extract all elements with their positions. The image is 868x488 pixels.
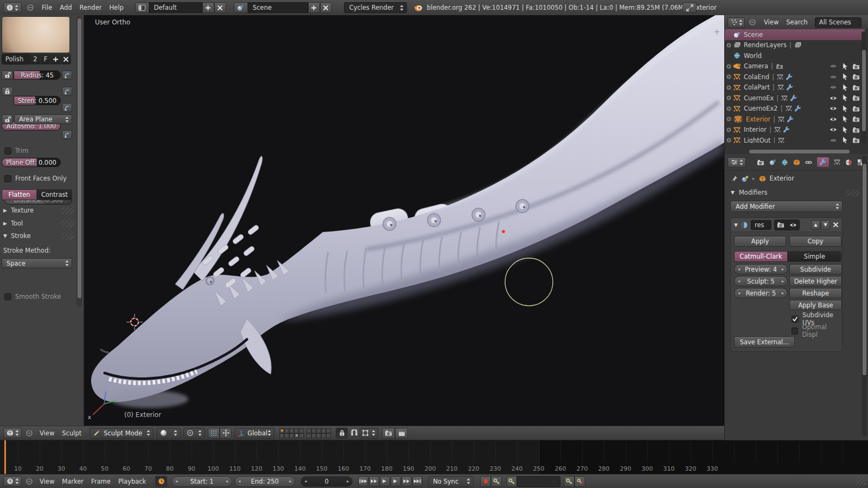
panel-header-tool[interactable]: ▶ Tool	[3, 220, 81, 227]
menu-render[interactable]: Render	[76, 4, 106, 11]
strength-pressure-button[interactable]	[62, 87, 72, 96]
end-frame-field[interactable]: ◂ End: 250 ▸	[234, 476, 295, 487]
render-opengl-button[interactable]	[382, 428, 395, 439]
panel-header-texture[interactable]: ▶ Texture	[3, 207, 81, 214]
manipulator-translate-toggle[interactable]	[220, 428, 232, 439]
plane-offset-slider[interactable]: Plane Off: 0.000	[2, 158, 61, 167]
outliner-row-cuernoex[interactable]: CuernoEx|	[725, 93, 865, 104]
scrollbar-thumb[interactable]	[862, 50, 866, 131]
panel-drag-grip[interactable]	[61, 233, 74, 240]
expand-icon[interactable]	[725, 138, 732, 143]
editor-type-button[interactable]	[3, 476, 22, 486]
sculpt-plane-dropdown[interactable]: Area Plane	[14, 114, 72, 124]
layer-cell[interactable]	[294, 433, 299, 438]
delete-layout-button[interactable]	[214, 2, 226, 13]
tab-constraints[interactable]	[805, 159, 812, 166]
modifier-visibility-toggle[interactable]	[787, 222, 799, 228]
contrast-toggle[interactable]: Contrast	[37, 189, 72, 200]
renderability-toggle[interactable]	[852, 106, 860, 112]
renderability-toggle[interactable]	[852, 127, 860, 133]
start-frame-field[interactable]: ◂ Start: 1 ▸	[171, 476, 232, 487]
auto-keyframe-record-toggle[interactable]	[480, 476, 491, 487]
scrollbar-thumb[interactable]	[863, 164, 866, 375]
timeline-menu-playback[interactable]: Playback	[114, 478, 150, 485]
expand-icon[interactable]	[725, 127, 732, 132]
outliner-row-cuernoex2[interactable]: CuernoEx2|	[725, 104, 865, 114]
stepper-right-icon[interactable]: ▸	[782, 267, 784, 272]
flatten-toggle[interactable]: Flatten	[2, 189, 37, 200]
outliner-filter-dropdown[interactable]: All Scenes	[815, 17, 861, 28]
editor-type-button[interactable]	[727, 17, 745, 28]
strength-slider[interactable]: Stren: 0.500	[14, 96, 61, 105]
timeline-menu-marker[interactable]: Marker	[58, 478, 87, 485]
modifier-move-down-button[interactable]: ▼	[821, 220, 830, 230]
panel-drag-grip[interactable]	[846, 189, 859, 196]
snap-element-dropdown[interactable]	[360, 428, 378, 439]
brush-users-button[interactable]: 2	[30, 54, 41, 65]
scrollbar-thumb[interactable]	[78, 18, 81, 298]
current-frame-field[interactable]: ◂ 0 ▸	[301, 476, 353, 487]
stepper-left-icon[interactable]: ◂	[738, 279, 740, 284]
sync-mode-dropdown[interactable]: No Sync	[428, 476, 474, 487]
pin-icon[interactable]	[731, 175, 738, 182]
timeline-ruler[interactable]: 1020304050607080901001101201301401501601…	[0, 440, 868, 474]
outliner-row-renderlayers[interactable]: RenderLayers|	[725, 40, 865, 51]
scrollbar-thumb[interactable]	[749, 150, 850, 153]
subdivide-uvs-checkbox[interactable]	[792, 316, 799, 323]
selectability-toggle[interactable]	[842, 115, 848, 123]
tab-material[interactable]	[845, 159, 852, 166]
renderability-toggle[interactable]	[852, 137, 860, 143]
stepper-left-icon[interactable]: ◂	[238, 479, 240, 484]
stepper-right-icon[interactable]: ▸	[226, 479, 228, 484]
triangle-down-icon[interactable]: ▼	[734, 222, 738, 228]
outliner-row-lightout[interactable]: LightOut|	[725, 135, 865, 143]
pivot-point-dropdown[interactable]	[183, 428, 205, 439]
stepper-right-icon[interactable]: ▸	[782, 279, 784, 284]
layer-cell[interactable]	[321, 433, 326, 438]
outliner-row-scene[interactable]: Scene	[725, 29, 865, 40]
outliner-row-camera[interactable]: Camera|	[725, 61, 865, 72]
delete-keyframe-button[interactable]	[575, 476, 585, 487]
modifier-name-field[interactable]: res	[751, 220, 771, 230]
plane-lock-button[interactable]	[2, 114, 13, 124]
lock-to-scene-toggle[interactable]	[336, 428, 348, 439]
snap-magnet-icon[interactable]	[351, 429, 358, 437]
render-level-stepper[interactable]: ◂Render: 5▸	[734, 288, 788, 298]
visibility-toggle[interactable]	[829, 85, 837, 90]
renderability-toggle[interactable]	[852, 63, 860, 69]
timeline-menu-frame[interactable]: Frame	[87, 478, 114, 485]
outliner-row-colapart[interactable]: ColaPart|	[725, 82, 865, 93]
editor-type-button[interactable]	[727, 157, 746, 168]
viewport-menu-view[interactable]: View	[36, 429, 58, 437]
renderability-toggle[interactable]	[852, 85, 860, 91]
collapse-menus-icon[interactable]	[26, 430, 33, 436]
smooth-stroke-row[interactable]: Smooth Stroke	[4, 293, 61, 300]
tab-world[interactable]	[781, 159, 788, 166]
outliner-row-colaend[interactable]: ColaEnd|	[725, 72, 865, 82]
selectability-toggle[interactable]	[842, 94, 848, 101]
next-keyframe-button[interactable]	[401, 476, 412, 486]
scene-selector-icon[interactable]	[234, 2, 248, 13]
layer-cell[interactable]	[279, 433, 284, 438]
fullscreen-button[interactable]	[682, 2, 697, 13]
strength-unified-lock[interactable]	[2, 87, 13, 96]
apply-base-button[interactable]: Apply Base	[789, 300, 842, 310]
radius-unified-lock[interactable]	[2, 70, 13, 80]
outliner-menu-view[interactable]: View	[760, 18, 782, 26]
radius-pressure-button[interactable]	[62, 70, 72, 80]
stepper-left-icon[interactable]: ◂	[304, 479, 307, 484]
transform-orientation-dropdown[interactable]: Global	[234, 428, 275, 439]
outliner-menu-search[interactable]: Search	[782, 18, 812, 26]
layer-cell[interactable]	[311, 428, 316, 433]
save-external-button[interactable]: Save External...	[734, 336, 795, 348]
add-modifier-dropdown[interactable]: Add Modifier	[730, 201, 843, 212]
copy-button[interactable]: Copy	[789, 236, 841, 247]
modifier-move-up-button[interactable]: ▲	[811, 220, 820, 230]
subdivision-type-catmull-clark[interactable]: Catmull-Clark	[734, 251, 788, 262]
layer-cell[interactable]	[326, 433, 331, 438]
modifier-delete-button[interactable]	[833, 222, 839, 228]
delete-higher-button[interactable]: Delete Higher	[789, 276, 842, 286]
screen-layout-icon[interactable]	[135, 2, 149, 13]
optimal-display-checkbox[interactable]	[792, 328, 798, 335]
selectability-toggle[interactable]	[842, 63, 848, 70]
